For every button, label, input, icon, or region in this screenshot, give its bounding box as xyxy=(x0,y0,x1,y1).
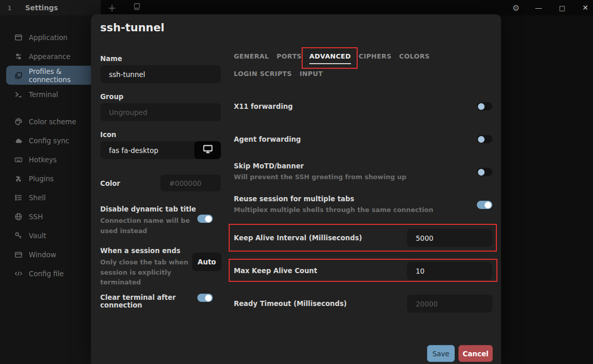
setting-hint: Only close the tab when session is expli… xyxy=(100,257,192,288)
disable-dynamic-tab-title-toggle[interactable] xyxy=(197,215,213,223)
tab-ciphers[interactable]: CIPHERS xyxy=(359,52,392,64)
sidebar-item-label: Appearance xyxy=(29,52,70,61)
sidebar-item-color-scheme[interactable]: Color scheme xyxy=(0,112,91,131)
sidebar-item-hotkeys[interactable]: Hotkeys xyxy=(0,150,91,169)
sidebar-item-window[interactable]: Window xyxy=(0,245,91,264)
setting-label: Max Keep Alive Count xyxy=(234,267,317,275)
setting-label: Keep Alive Interval (Milliseconds) xyxy=(234,234,362,242)
setting-hint: Connection name will be used instead xyxy=(100,216,192,236)
sidebar-item-application[interactable]: Application xyxy=(0,28,91,47)
ready-timeout-row: Ready Timeout (Milliseconds) xyxy=(234,295,492,313)
minimize-button[interactable]: — xyxy=(530,0,547,15)
sidebar-item-terminal[interactable]: Terminal xyxy=(0,85,91,104)
save-button[interactable]: Save xyxy=(427,345,455,362)
color-input[interactable] xyxy=(160,175,221,191)
skip-motd-toggle[interactable] xyxy=(477,168,492,176)
settings-sidebar: Application Appearance Profiles & connec… xyxy=(0,15,91,364)
appearance-icon xyxy=(14,52,23,61)
tab-colors[interactable]: COLORS xyxy=(399,52,430,64)
key-icon xyxy=(14,231,23,240)
settings-gear-button[interactable]: ⚙ xyxy=(508,0,524,15)
clear-terminal-toggle[interactable] xyxy=(197,294,213,302)
sidebar-item-appearance[interactable]: Appearance xyxy=(0,47,91,66)
setting-label: Disable dynamic tab title xyxy=(100,205,224,213)
keep-alive-interval-input[interactable] xyxy=(407,229,492,247)
group-label: Group xyxy=(100,93,123,101)
sidebar-item-label: Shell xyxy=(29,194,46,202)
sidebar-item-config-sync[interactable]: Config sync xyxy=(0,131,91,150)
sidebar-item-label: Profiles & connections xyxy=(29,67,91,84)
close-button[interactable]: ✕ xyxy=(578,0,593,15)
sidebar-item-label: Plugins xyxy=(29,175,53,183)
icon-label: Icon xyxy=(100,131,116,139)
max-keep-alive-row: Max Keep Alive Count xyxy=(234,262,492,280)
tab-advanced[interactable]: ADVANCED xyxy=(309,52,351,64)
profile-editor-modal: ssh-tunnel Name Group Icon Color Disable… xyxy=(91,14,501,364)
setting-hint: Multiplex multiple shells through the sa… xyxy=(234,206,433,214)
icon-preview xyxy=(194,141,221,159)
sidebar-item-label: Vault xyxy=(29,232,46,240)
new-tab-button[interactable]: + xyxy=(104,0,120,15)
cloud-icon xyxy=(14,136,23,145)
agent-forwarding-row: Agent forwarding xyxy=(234,131,492,147)
setting-label: Skip MoTD/banner xyxy=(234,162,406,170)
setting-label: X11 forwarding xyxy=(234,103,293,110)
max-keep-alive-input[interactable] xyxy=(407,262,492,280)
tab-general[interactable]: GENERAL xyxy=(234,52,269,64)
name-input[interactable] xyxy=(100,65,221,83)
color-label: Color xyxy=(100,180,120,187)
cancel-button[interactable]: Cancel xyxy=(458,345,493,362)
keyboard-icon xyxy=(14,155,23,164)
sidebar-item-label: Color scheme xyxy=(29,118,76,126)
when-session-ends-select[interactable]: Auto xyxy=(192,253,221,271)
sidebar-item-config-file[interactable]: Config file xyxy=(0,264,91,283)
x11-forwarding-toggle[interactable] xyxy=(477,102,492,110)
keep-alive-interval-row: Keep Alive Interval (Milliseconds) xyxy=(234,229,492,247)
palette-icon xyxy=(14,117,23,126)
group-input[interactable] xyxy=(100,103,221,121)
tab-title: Settings xyxy=(25,4,58,12)
sidebar-item-ssh[interactable]: SSH xyxy=(0,207,91,226)
window-icon xyxy=(14,250,23,259)
sidebar-item-label: Config sync xyxy=(29,137,69,145)
maximize-button[interactable]: □ xyxy=(554,0,570,15)
sidebar-item-shell[interactable]: Shell xyxy=(0,188,91,207)
terminal-icon xyxy=(14,90,23,99)
setting-hint: Will prevent the SSH greeting from showi… xyxy=(234,173,406,181)
tab-input[interactable]: INPUT xyxy=(300,70,323,82)
application-icon xyxy=(14,33,23,42)
profile-tabs: GENERAL PORTS ADVANCED CIPHERS COLORS LO… xyxy=(234,52,494,82)
minimize-icon: — xyxy=(535,4,542,12)
sidebar-item-label: Application xyxy=(29,33,67,42)
sidebar-item-label: Hotkeys xyxy=(29,156,57,164)
sidebar-list: Application Appearance Profiles & connec… xyxy=(0,28,91,283)
sidebar-item-vault[interactable]: Vault xyxy=(0,226,91,245)
sidebar-item-plugins[interactable]: Plugins xyxy=(0,169,91,188)
gear-icon: ⚙ xyxy=(512,3,520,13)
x11-forwarding-row: X11 forwarding xyxy=(234,99,492,114)
tab-login-scripts[interactable]: LOGIN SCRIPTS xyxy=(234,70,292,82)
agent-forwarding-toggle[interactable] xyxy=(477,135,492,143)
reuse-session-toggle[interactable] xyxy=(477,201,492,209)
setting-label: Reuse session for multiple tabs xyxy=(234,195,433,203)
duplicate-window-button[interactable] xyxy=(128,0,145,15)
reuse-session-row: Reuse session for multiple tabs Multiple… xyxy=(234,194,492,216)
titlebar: 1 Settings + ⚙ — □ ✕ xyxy=(0,0,593,15)
desktop-icon xyxy=(203,145,213,156)
sidebar-item-label: Terminal xyxy=(29,90,58,99)
close-icon: ✕ xyxy=(582,4,588,12)
puzzle-icon xyxy=(14,174,23,183)
setting-label: Agent forwarding xyxy=(234,136,301,143)
maximize-icon: □ xyxy=(559,4,565,12)
tab-ports[interactable]: PORTS xyxy=(276,52,302,64)
profiles-icon xyxy=(14,71,23,80)
plus-icon: + xyxy=(108,2,116,13)
tab-label: ADVANCED xyxy=(309,52,351,60)
ready-timeout-input[interactable] xyxy=(407,295,492,313)
settings-tab[interactable]: 1 Settings xyxy=(0,0,101,15)
sidebar-item-label: Window xyxy=(29,251,56,259)
setting-label: Clear terminal after connection xyxy=(100,294,195,309)
sidebar-item-profiles-connections[interactable]: Profiles & connections xyxy=(6,66,91,85)
list-icon xyxy=(14,193,23,202)
skip-motd-row: Skip MoTD/banner Will prevent the SSH gr… xyxy=(234,161,492,183)
